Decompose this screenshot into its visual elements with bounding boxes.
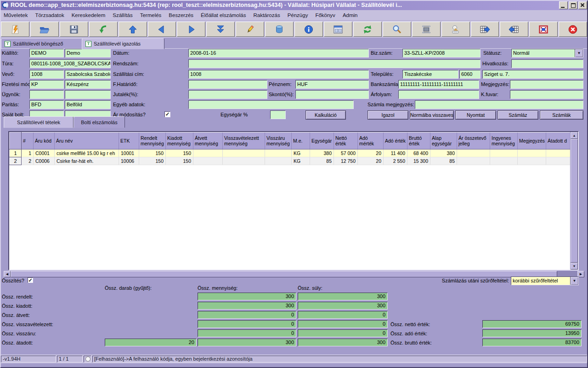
menu-item-penzugy[interactable]: Pénzügy (284, 12, 312, 18)
col-header[interactable]: ETK (119, 132, 139, 150)
kiallito-name-field[interactable]: Demo (65, 49, 111, 58)
menu-item-fokonyv[interactable]: Főkönyv (311, 12, 339, 18)
col-header[interactable]: Áru név (55, 132, 119, 150)
toolbar-database-button[interactable] (265, 22, 294, 37)
toolbar-save-button[interactable] (60, 22, 88, 37)
skonto-field[interactable] (295, 90, 369, 99)
menu-item-beszerzes[interactable]: Beszerzés (165, 12, 197, 18)
col-header[interactable]: Adó mérték (358, 132, 384, 150)
penznem-field[interactable]: HUF (295, 80, 369, 89)
col-header[interactable]: Visszáru mennyiség (265, 132, 292, 150)
toolbar-form-button[interactable] (324, 22, 352, 37)
vertical-scrollbar[interactable]: ▲ ▼ (570, 132, 578, 270)
menu-item-raktarozas[interactable]: Raktározás (249, 12, 283, 18)
kalkulacio-button[interactable]: Kalkuláció (305, 110, 346, 120)
toolbar-frame-button[interactable] (412, 22, 441, 37)
toolbar-search-button[interactable] (383, 22, 411, 37)
toolbar-next-record-button[interactable] (177, 22, 205, 37)
toolbar-flash-button[interactable] (1, 22, 29, 37)
nyomtat-button[interactable]: Nyomtat (455, 110, 496, 120)
restore-button[interactable] (569, 1, 577, 9)
szamlaz-button[interactable]: Számláz (498, 110, 538, 120)
col-header[interactable]: Áru kód (34, 132, 55, 150)
col-header[interactable]: Átadott d (546, 132, 571, 150)
kiallito-code-field[interactable]: DEMO (29, 49, 64, 58)
horizontal-scroll-thumb[interactable] (11, 271, 557, 277)
paritas-name-field[interactable]: Belföld (65, 100, 111, 109)
subtab-bolti-elszamolas[interactable]: Bolti elszámolás (74, 116, 125, 128)
col-header[interactable]: Alap egységár (430, 132, 457, 150)
col-header[interactable]: # (22, 132, 34, 150)
tab-szallitolevel-bongeszo[interactable]: T Szállítólevél böngésző (1, 38, 88, 49)
rendszam-field[interactable] (188, 59, 481, 68)
toolbar-edit-button[interactable] (236, 22, 264, 37)
hivatkozas-field[interactable] (511, 59, 583, 68)
toolbar-exit-button[interactable] (559, 22, 587, 37)
menu-item-szallitas[interactable]: Szállítás (109, 12, 136, 18)
col-header[interactable]: Adó érték (384, 132, 407, 150)
scroll-down-icon[interactable]: ▼ (571, 263, 578, 270)
col-header[interactable]: Nettó érték (334, 132, 358, 150)
col-header[interactable]: M.e. (292, 132, 310, 150)
ar-modositas-checkbox[interactable]: ✓ (164, 111, 170, 117)
toolbar-first-record-button[interactable] (119, 22, 147, 37)
menu-item-torzsadatok[interactable]: Törzsadatok (31, 12, 68, 18)
vertical-scroll-thumb[interactable] (571, 139, 578, 263)
utca-field[interactable]: Sziget u. 7. (482, 70, 583, 79)
kfuvar-field[interactable] (510, 90, 583, 99)
toolbar-open-button[interactable] (30, 22, 59, 37)
col-header[interactable]: Visszavételezett mennyiség (223, 132, 265, 150)
row-selector[interactable]: 2 (10, 157, 22, 165)
fhatarido-field[interactable] (188, 80, 267, 89)
menu-item-admin[interactable]: Admin (339, 12, 362, 18)
col-header[interactable]: Ár összetevő jelleg (457, 132, 490, 150)
arfolyam-field[interactable] (398, 90, 479, 99)
toolbar-transmit-button[interactable] (441, 22, 470, 37)
menu-item-muveletek[interactable]: Műveletek (0, 12, 31, 18)
telepules-field[interactable]: Tiszakécske (402, 70, 458, 79)
scroll-up-icon[interactable]: ▲ (571, 132, 578, 139)
vevo-code-field[interactable]: 1008 (29, 70, 64, 79)
vevo-name-field[interactable]: Szabolcska Szabolcs (65, 70, 111, 79)
fizetesi-mod-name-field[interactable]: Készpénz (65, 80, 111, 89)
ugynok-name-field[interactable] (65, 90, 111, 99)
fizetesi-mod-code-field[interactable]: KP (29, 80, 64, 89)
iranyitoszam-field[interactable]: 6060 (459, 70, 481, 79)
col-header[interactable]: Rendelt mennyiség (139, 132, 166, 150)
menu-item-eloallat[interactable]: Élőállat elszámolás (197, 12, 249, 18)
toolbar-last-record-button[interactable] (206, 22, 235, 37)
szamla-megjegyzes-field[interactable] (415, 100, 583, 109)
menu-item-kereskedelem[interactable]: Kereskedelem (68, 12, 109, 18)
menu-item-termeles[interactable]: Termelés (136, 12, 165, 18)
datum-field[interactable]: 2008-01-16 (188, 49, 369, 58)
table-row[interactable]: 2 2 C0006 Csirke far-hát eh. 10006 150 1… (10, 157, 571, 165)
bizszam-field[interactable]: 33-SZLL-KP/2008 (402, 49, 481, 58)
toolbar-import-button[interactable] (500, 22, 528, 37)
statusz-select[interactable]: Normál ▼ (511, 49, 583, 58)
osszites-checkbox[interactable]: ✓ (28, 277, 33, 283)
paritas-code-field[interactable]: BFD (29, 100, 64, 109)
col-header[interactable]: Megjegyzés (518, 132, 546, 150)
szamlak-button[interactable]: Számlák (540, 110, 583, 120)
tab-szallitolevel-igazolas[interactable]: T Szállítólevél igazolás (82, 38, 164, 49)
col-header[interactable]: Bruttó érték (407, 132, 430, 150)
horizontal-scrollbar[interactable]: ◀ ▶ (4, 271, 584, 277)
toolbar-info-button[interactable] (294, 22, 323, 37)
szallitasi-cim-field[interactable]: 1008 (188, 70, 369, 79)
normalba-visszavesz-button[interactable]: Normálba visszavesz (410, 110, 454, 120)
toolbar-screen-button[interactable] (529, 22, 558, 37)
megjegyzes-field[interactable] (510, 80, 583, 89)
toolbar-undo-button[interactable] (89, 22, 118, 37)
subtab-szallitolevel-tetelek[interactable]: Szállítólevél tételek (4, 116, 74, 128)
bankszamla-field[interactable]: 11111111-11111111-11111111 (398, 80, 479, 89)
col-header[interactable]: Kiadott mennyiség (166, 132, 193, 150)
egysegar-pct-field[interactable] (270, 110, 286, 119)
scroll-left-icon[interactable]: ◀ (4, 271, 11, 277)
toolbar-refresh-button[interactable] (353, 22, 382, 37)
chevron-down-icon[interactable]: ▼ (570, 277, 578, 285)
row-selector[interactable]: 1 (10, 149, 22, 157)
table-row[interactable]: 1 1 C0001 csirke mellfilé 15.00 kg r eh … (10, 149, 571, 157)
toolbar-export-button[interactable] (471, 22, 499, 37)
filter-select[interactable]: korábbi szűrőfeltétel ▼ (511, 276, 579, 285)
jutalek-field[interactable] (188, 90, 267, 99)
